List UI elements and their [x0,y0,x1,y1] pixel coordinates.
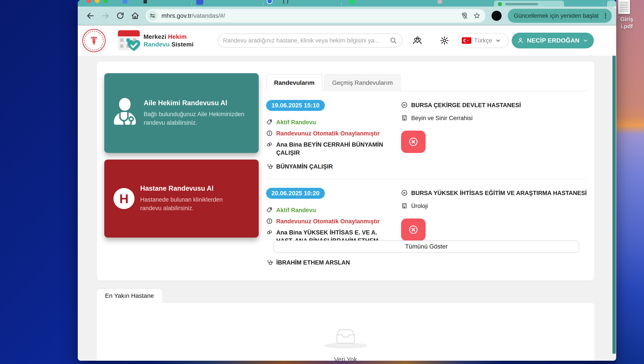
tab-title-placeholder [505,3,538,5]
building-icon [401,115,408,121]
appointment-hospital: BURSA YÜKSEK İHTİSAS EĞİTİM VE ARAŞTIRMA… [411,189,587,197]
desktop-wallpaper-right [616,0,644,364]
tab-favicon-whatsapp[interactable] [349,0,355,5]
brand-sistemi: Sistemi [170,41,194,48]
page-scrollbar-thumb[interactable] [612,56,616,354]
back-button[interactable] [86,12,95,20]
hospital-card-desc: Hastanede bulunan kliniklerden randevu a… [140,195,245,213]
kebab-menu-icon[interactable] [602,12,609,20]
chevron-down-icon [495,37,502,44]
tab-nearest-hospital[interactable]: En Yakın Hastane [97,289,162,303]
appointment-note: Randevunuz Otomatik Onaylanmıştır [276,130,380,138]
appointment-row: 20.06.2025 10:20 Aktif Randevu Randevunu… [266,179,588,275]
browser-active-tab[interactable] [494,1,564,7]
ministry-of-health-seal [80,27,107,54]
appointment-department: Beyin ve Sinir Cerrahisi [411,114,473,122]
tab-favicon-facebook[interactable] [196,0,203,5]
appointment-row: 19.06.2025 15:10 Aktif Randevu Randevunu… [266,91,588,179]
mhrs-logo[interactable] [118,30,140,51]
family-card-desc: Bağlı bulunduğunuz Aile Hekiminizden ran… [144,110,249,127]
pdf-label-line2: i.pdf [621,23,633,30]
show-all-button[interactable]: Tümünü Göster [274,240,579,253]
gear-icon[interactable] [440,36,449,45]
family-doctor-appointment-card[interactable]: Aile Hekimi Randevusu Al Bağlı bulunduğu… [104,73,259,153]
tag-icon [266,207,273,213]
appointment-datetime-badge: 19.06.2025 15:10 [266,100,325,111]
tab-favicon[interactable] [438,0,442,4]
reload-button[interactable] [116,12,125,20]
page-content: Aile Hekimi Randevusu Al Bağlı bulunduğu… [78,56,616,361]
stethoscope-icon [266,163,273,170]
hospital-card-title: Hastane Randevusu Al [140,185,245,192]
tag-icon [266,119,273,125]
desktop-pdf-file-label[interactable]: Girişi.pdf [612,16,641,30]
appointment-status: Aktif Randevu [276,118,316,126]
user-account-button[interactable]: NECİP ERDOĞAN [512,33,594,49]
appointment-doctor: BÜNYAMİN ÇALIŞIR [276,163,333,171]
forward-button[interactable] [101,12,110,20]
turkish-flag-icon [462,37,472,44]
browser-profile-avatar[interactable] [492,11,502,21]
traffic-close-button[interactable] [86,0,91,3]
traffic-minimize-button[interactable] [95,0,100,3]
tab-favicon[interactable] [283,0,288,4]
hospital-h-badge: H [114,188,134,209]
appointment-clinic-detail: Ana Bina BEYİN CERRAHİ BÜNYAMİN ÇALIŞIR [276,141,386,157]
address-bar[interactable]: mhrs.gov.tr/vatandas/#/ [146,9,486,23]
language-label: Türkçe [474,37,492,44]
appointment-department: Üroloji [411,202,428,210]
bookmark-star-icon[interactable] [473,12,481,20]
location-blocked-icon[interactable] [460,12,469,20]
info-icon [266,218,273,224]
tab-favicon[interactable] [144,0,147,4]
stethoscope-overlay-icon [115,110,137,129]
language-selector[interactable]: Türkçe [458,33,509,48]
cancel-appointment-button[interactable] [401,218,426,241]
brand-randevu: Randevu [144,41,170,48]
url-path: /vatandas/#/ [192,12,225,19]
empty-state: Veri Yok [324,327,368,361]
pdf-label-line1: Giriş [620,16,633,23]
tab-favicon-shield[interactable] [267,0,272,4]
browser-toolbar: mhrs.gov.tr/vatandas/#/ Güncellemek için… [78,7,616,26]
search-icon[interactable] [390,37,397,45]
circle-x-icon [408,137,418,147]
search-input[interactable] [223,37,387,44]
site-settings-chip[interactable] [148,11,158,21]
appointments-panel: Aile Hekimi Randevusu Al Bağlı bulunduğu… [97,62,594,280]
browser-window: mhrs.gov.tr/vatandas/#/ Güncellemek için… [78,0,616,361]
appointment-hospital: BURSA ÇEKİRGE DEVLET HASTANESİ [411,101,521,109]
empty-state-label: Veri Yok [324,356,368,361]
svg-text:H: H [403,103,405,107]
tab-past-appointments[interactable]: Geçmiş Randevularım [324,74,401,91]
user-name: NECİP ERDOĞAN [527,37,580,44]
nearest-hospital-panel: Veri Yok [97,303,594,361]
family-members-icon[interactable] [412,36,422,46]
browser-tab-partial[interactable] [607,1,616,7]
heart-check-icon [126,38,142,53]
tab-separator [192,2,192,6]
appointment-doctor: İBRAHİM ETHEM ARSLAN [276,259,350,267]
appointment-note: Randevunuz Otomatik Onaylanmıştır [276,217,380,225]
tab-favicon-green [498,2,502,6]
home-button[interactable] [131,12,140,20]
empty-inbox-icon [334,327,358,346]
svg-text:H: H [403,191,405,195]
chevron-down-icon [582,38,588,44]
tab-separator [603,2,604,6]
appointments-tabs: Randevularım Geçmiş Randevularım [266,74,401,91]
hospital-appointment-card[interactable]: H Hastane Randevusu Al Hastanede bulunan… [104,160,259,238]
tab-favicon[interactable] [123,0,127,4]
restart-label: Güncellemek için yeniden başlat [514,13,599,19]
info-icon [266,130,273,137]
url-text[interactable]: mhrs.gov.tr/vatandas/#/ [162,12,456,19]
appointment-datetime-badge: 20.06.2025 10:20 [266,188,325,199]
header-search [218,34,402,48]
restart-to-update-button[interactable]: Güncellemek için yeniden başlat [508,9,612,23]
brand-wordmark[interactable]: Merkezi Hekim Randevu Sistemi [144,33,194,48]
appointment-status: Aktif Randevu [276,206,316,214]
traffic-zoom-button[interactable] [103,0,108,3]
tab-my-appointments[interactable]: Randevularım [266,74,322,91]
desktop-pdf-file-icon[interactable] [618,0,630,14]
cancel-appointment-button[interactable] [401,131,426,153]
